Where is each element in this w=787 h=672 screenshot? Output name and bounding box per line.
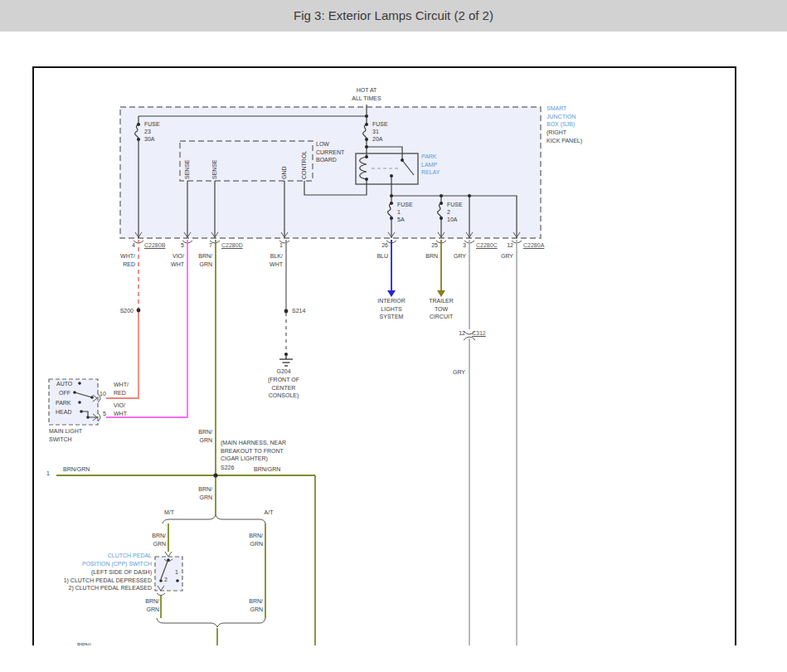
low-current-board-label: LOW CURRENT BOARD (316, 140, 344, 164)
mls-position-auto: AUTO (56, 380, 72, 388)
mls-wire5-label: VIO/ WHT (114, 402, 127, 417)
connector-c2280a[interactable]: C2280A (523, 241, 544, 250)
split-brace (163, 515, 265, 523)
cpp-switch-notes: (LEFT SIDE OF DASH) 1) CLUTCH PEDAL DEPR… (52, 568, 152, 592)
fuse-1-rating: 5A (397, 216, 405, 224)
connector-c312[interactable]: C312 (472, 329, 486, 338)
cpp-contact-1: 1 (175, 568, 178, 577)
pin-number-3: 3 (454, 241, 466, 250)
mt-wire-bottom-label: BRN/ GRN (134, 597, 159, 613)
wiring-svg (0, 0, 787, 645)
mls-position-off: OFF (59, 389, 70, 397)
wire-brn-arrow (437, 290, 445, 297)
wire-label-blu: BLU (363, 252, 388, 261)
wire-label-brn: BRN (413, 252, 438, 261)
wire-label-brn-grn: BRN/ GRN (187, 252, 212, 268)
connector-c2280c[interactable]: C2280C (476, 241, 498, 250)
pin-number-4: 4 (124, 241, 135, 250)
connector-c2280b[interactable]: C2280B (144, 241, 165, 250)
wire-label-gry-2: GRY (488, 252, 513, 261)
at-wire-top-label: BRN/ GRN (238, 532, 263, 548)
splice-s226-dot (213, 473, 217, 477)
connector-c2280d[interactable]: C2280D (221, 241, 243, 250)
mls-position-park: PARK (56, 399, 71, 407)
clipped-bottom-label: BRN/ (77, 641, 91, 645)
pin-number-1: 1 (271, 241, 283, 250)
splice-s226-label: S226 (221, 464, 234, 472)
mt-wire-top-label: BRN/ GRN (141, 532, 166, 548)
pin-label-control: CONTROL (301, 151, 307, 179)
at-wire-bottom-label: BRN/ GRN (238, 597, 263, 613)
page: Fig 3: Exterior Lamps Circuit (2 of 2) (0, 0, 787, 672)
brn-grn-above-s226: BRN/ GRN (187, 428, 212, 444)
wire-label-blk-wht: BLK/ WHT (258, 252, 283, 268)
mls-pin-5: 5 (103, 410, 106, 418)
merge-brace (157, 618, 265, 627)
pin-number-26: 26 (376, 241, 388, 250)
trailer-tow-circuit-label: TRAILER TOW CIRCUIT (416, 297, 466, 321)
pin-number-25: 25 (426, 241, 438, 250)
brn-grn-below-s226: BRN/ GRN (187, 485, 212, 501)
sjb-location-label: (RIGHT KICK PANEL) (547, 129, 582, 144)
mls-position-head: HEAD (56, 408, 71, 416)
fuse-2-rating: 10A (447, 216, 457, 224)
ground-g204-label: G204 (259, 368, 308, 376)
pin-number-7: 7 (201, 241, 212, 250)
sjb-name-label: SMART JUNCTION BOX (SJB) (547, 105, 576, 129)
mls-pin-10: 10 (100, 390, 106, 398)
pin-number-12: 12 (502, 241, 513, 250)
fuse-23-rating: 30A (144, 135, 154, 144)
pin-label-sense-1: SENSE (184, 159, 190, 179)
harness-right-wire-label: BRN/GRN (254, 465, 280, 474)
interior-lights-system-label: INTERIOR LIGHTS SYSTEM (367, 297, 416, 321)
wire-label-gry-1: GRY (441, 252, 466, 261)
hot-at-all-times-label: HOT AT ALL TIMES (342, 86, 391, 102)
low-current-board-box (180, 141, 313, 181)
diagram-canvas: HOT AT ALL TIMES FUSE 23 30A FUSE 31 20A… (0, 0, 787, 645)
s226-harness-note: (MAIN HARNESS, NEAR BREAKOUT TO FRONT CI… (221, 439, 286, 463)
cpp-switch-box (155, 557, 182, 591)
harness-pin-1: 1 (41, 470, 50, 478)
cpp-switch-name: CLUTCH PEDAL POSITION (CPP) SWITCH (52, 552, 152, 567)
mls-wire10-label: WHT/ RED (114, 381, 129, 397)
ground-g204-location: (FRONT OF CENTER CONSOLE) (259, 376, 308, 400)
c312-wire-label: GRY (440, 368, 465, 377)
cpp-contact-2: 2 (164, 576, 168, 584)
mt-label: M/T (157, 509, 182, 517)
splice-s214-label: S214 (292, 307, 305, 315)
splice-s214-dot (284, 309, 289, 314)
c312-pin-label: 12 (449, 329, 465, 338)
harness-left-wire-label: BRN/GRN (63, 465, 90, 474)
splice-s200-dot (137, 309, 141, 313)
pin-number-5: 5 (172, 241, 184, 250)
main-light-switch-label: MAIN LIGHT SWITCH (49, 427, 82, 443)
ground-g204-symbol (279, 354, 293, 366)
pin-label-sense-2: SENSE (211, 159, 217, 179)
fuse-31-rating: 20A (372, 135, 382, 144)
wire-label-wht-red: WHT/ RED (110, 252, 135, 268)
wire-label-vio-wht: VIO/ WHT (159, 252, 184, 268)
wire-blu-arrow (387, 290, 396, 297)
splice-s200-label: S200 (109, 307, 134, 315)
at-label: A/T (256, 509, 281, 517)
pin-label-gnd: GND (281, 166, 287, 179)
park-lamp-relay-label: PARK LAMP RELAY (421, 153, 440, 177)
